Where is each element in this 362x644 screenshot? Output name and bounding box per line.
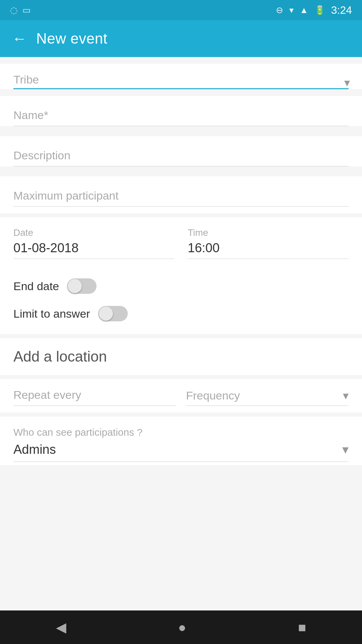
end-date-toggle[interactable] [67, 278, 97, 294]
status-time: 3:24 [331, 4, 352, 16]
repeat-every-input[interactable] [13, 386, 176, 406]
time-group[interactable]: Time 16:00 [188, 227, 349, 259]
repeat-section: Frequency ▾ [0, 379, 362, 413]
tribe-placeholder: Tribe [13, 73, 349, 86]
date-value[interactable]: 01-08-2018 [13, 241, 174, 259]
signal-icon: ▲ [300, 5, 308, 15]
visibility-label: Who can see participations ? [13, 427, 349, 438]
toggles-section: End date Limit to answer [0, 266, 362, 334]
left-status-icons: ◌ ▭ [10, 5, 31, 15]
tribe-underline [13, 88, 349, 89]
limit-to-answer-label: Limit to answer [13, 307, 90, 320]
limit-to-answer-toggle[interactable] [98, 306, 128, 321]
end-date-toggle-track [67, 278, 97, 294]
repeat-every-field [13, 386, 176, 406]
end-date-label: End date [13, 280, 59, 293]
visibility-value-row[interactable]: Admins ▾ [13, 442, 349, 462]
nav-recent-button[interactable]: ■ [298, 620, 306, 635]
limit-to-answer-row: Limit to answer [13, 300, 349, 327]
nav-home-button[interactable]: ● [178, 620, 186, 635]
limit-to-answer-toggle-thumb [99, 307, 113, 321]
limit-to-answer-toggle-track [98, 306, 128, 321]
location-section[interactable]: Add a location [0, 338, 362, 375]
battery-icon: 🔋 [314, 5, 325, 15]
max-participant-field-group [0, 176, 362, 213]
sd-card-icon: ▭ [22, 5, 31, 15]
max-participant-input[interactable] [13, 186, 349, 207]
time-value[interactable]: 16:00 [188, 241, 349, 259]
name-input[interactable] [13, 106, 349, 126]
tribe-field[interactable]: Tribe ▾ [0, 64, 362, 89]
date-group[interactable]: Date 01-08-2018 [13, 227, 174, 259]
date-label: Date [13, 227, 174, 238]
circle-icon: ◌ [10, 5, 18, 15]
date-time-row: Date 01-08-2018 Time 16:00 [0, 217, 362, 266]
nav-back-button[interactable]: ◀ [56, 620, 66, 635]
bottom-nav: ◀ ● ■ [0, 610, 362, 644]
time-label: Time [188, 227, 349, 238]
name-field-group [0, 96, 362, 126]
visibility-chevron-icon: ▾ [342, 442, 349, 457]
visibility-value-text: Admins [13, 442, 56, 457]
back-button[interactable]: ← [12, 31, 27, 46]
top-app-bar: ← New event [0, 20, 362, 57]
form-area: Tribe ▾ Date 01-08-2018 Time 16:00 End d… [0, 57, 362, 610]
add-location-label: Add a location [13, 348, 107, 365]
end-date-row: End date [13, 272, 349, 300]
tribe-chevron-icon: ▾ [344, 76, 350, 89]
page-title: New event [36, 30, 107, 47]
visibility-section[interactable]: Who can see participations ? Admins ▾ [0, 417, 362, 465]
frequency-chevron-icon: ▾ [343, 389, 349, 402]
description-input[interactable] [13, 146, 349, 166]
wifi-icon: ▾ [289, 5, 294, 15]
frequency-field[interactable]: Frequency ▾ [186, 389, 349, 406]
minus-circle-icon: ⊖ [276, 5, 283, 15]
end-date-toggle-thumb [68, 279, 82, 293]
description-field-group [0, 136, 362, 166]
status-bar: ◌ ▭ ⊖ ▾ ▲ 🔋 3:24 [0, 0, 362, 20]
frequency-placeholder: Frequency [186, 389, 343, 402]
